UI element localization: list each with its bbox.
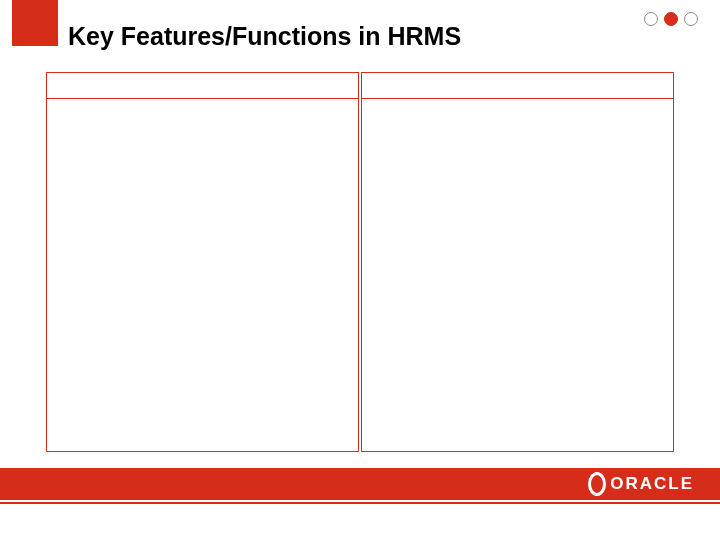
footer-bar: ORACLE: [0, 468, 720, 500]
oracle-logo-text: ORACLE: [610, 474, 694, 494]
ornament-circle-right: [684, 12, 698, 26]
oracle-logo: ORACLE: [588, 472, 694, 496]
left-panel: [46, 72, 359, 452]
footer-underline: [0, 502, 720, 504]
accent-square: [12, 0, 58, 46]
ornament-circle-center: [664, 12, 678, 26]
slide: Key Features/Functions in HRMS ORACLE: [0, 0, 720, 540]
content-area: [46, 72, 674, 452]
slide-title: Key Features/Functions in HRMS: [68, 22, 461, 51]
oracle-o-icon: [588, 472, 606, 496]
right-panel-header: [362, 73, 673, 99]
ornament-circle-left: [644, 12, 658, 26]
left-panel-header: [47, 73, 358, 99]
header-ornament: [644, 12, 698, 26]
right-panel: [361, 72, 674, 452]
